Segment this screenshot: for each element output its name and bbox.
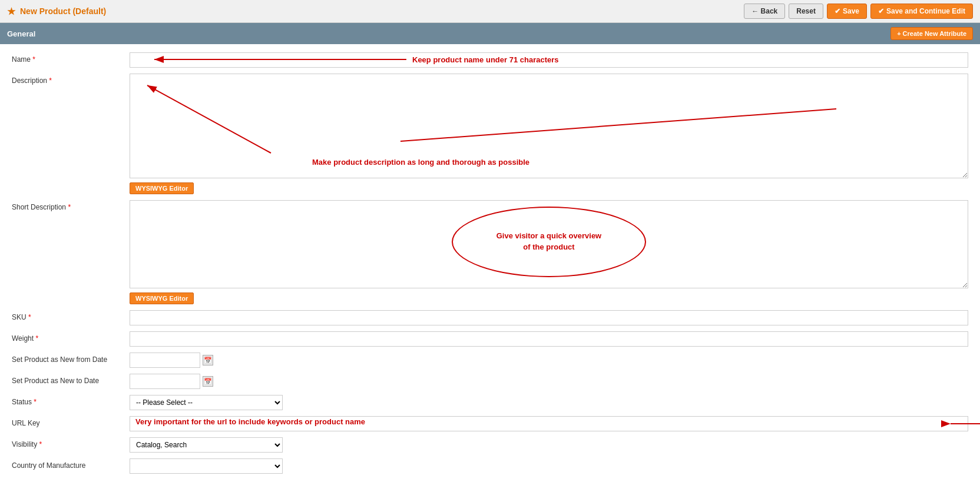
name-label: Name * <box>12 52 130 64</box>
description-input[interactable] <box>130 74 968 178</box>
page-title: ★ New Product (Default) <box>7 6 106 17</box>
save-button[interactable]: ✔ Save <box>827 4 867 19</box>
new-to-date-input[interactable] <box>130 374 200 389</box>
sku-input[interactable] <box>130 310 968 325</box>
weight-row: Weight * <box>12 331 968 347</box>
section-header: General + Create New Attribute <box>0 23 980 44</box>
weight-input[interactable] <box>130 331 968 347</box>
sku-field-wrap <box>130 310 968 325</box>
section-title: General <box>7 29 35 38</box>
new-from-row: Set Product as New from Date 📅 <box>12 353 968 368</box>
short-description-input[interactable] <box>130 200 968 288</box>
country-label: Country of Manufacture <box>12 458 130 470</box>
new-to-field-wrap: 📅 <box>130 374 968 389</box>
create-attribute-button[interactable]: + Create New Attribute <box>890 27 973 40</box>
new-from-date-input[interactable] <box>130 353 200 368</box>
short-description-field-wrap: Give visitor a quick overviewof the prod… <box>130 200 968 304</box>
description-label: Description * <box>12 74 130 85</box>
save-continue-button[interactable]: ✔ Save and Continue Edit <box>870 4 973 19</box>
short-description-row: Short Description * Give visitor a quick… <box>12 200 968 304</box>
star-icon: ★ <box>7 6 15 17</box>
sku-row: SKU * <box>12 310 968 325</box>
name-row: Name * Keep product name under 71 charac… <box>12 52 968 68</box>
status-label: Status * <box>12 395 130 406</box>
top-bar: ★ New Product (Default) ← Back Reset ✔ S… <box>0 0 980 23</box>
url-key-field-wrap: Very important for the url to include ke… <box>130 416 968 431</box>
url-key-label: URL Key <box>12 416 130 427</box>
status-row: Status * -- Please Select -- Enabled Dis… <box>12 395 968 410</box>
status-select[interactable]: -- Please Select -- Enabled Disabled <box>130 395 283 410</box>
status-field-wrap: -- Please Select -- Enabled Disabled <box>130 395 968 410</box>
sku-label: SKU * <box>12 310 130 321</box>
top-bar-actions: ← Back Reset ✔ Save ✔ Save and Continue … <box>744 4 973 19</box>
save-icon: ✔ <box>835 7 840 15</box>
description-field-wrap: Make product description as long and tho… <box>130 74 968 194</box>
weight-field-wrap <box>130 331 968 347</box>
new-from-field-wrap: 📅 <box>130 353 968 368</box>
visibility-row: Visibility * Catalog, Search Catalog Sea… <box>12 437 968 453</box>
save-continue-icon: ✔ <box>878 7 884 15</box>
visibility-label: Visibility * <box>12 437 130 448</box>
new-to-row: Set Product as New to Date 📅 <box>12 374 968 389</box>
short-description-label: Short Description * <box>12 200 130 211</box>
new-to-label: Set Product as New to Date <box>12 374 130 385</box>
visibility-select[interactable]: Catalog, Search Catalog Search Not Visib… <box>130 437 283 453</box>
back-button[interactable]: ← Back <box>744 4 785 19</box>
visibility-field-wrap: Catalog, Search Catalog Search Not Visib… <box>130 437 968 453</box>
country-row: Country of Manufacture <box>12 458 968 474</box>
description-row: Description * Make product description <box>12 74 968 194</box>
new-to-calendar-icon[interactable]: 📅 <box>203 376 213 387</box>
url-key-input[interactable] <box>130 416 968 431</box>
description-wysiwyg-button[interactable]: WYSIWYG Editor <box>130 182 194 194</box>
name-field-wrap: Keep product name under 71 characters <box>130 52 968 68</box>
form-content: Name * Keep product name under 71 charac… <box>0 44 980 482</box>
new-from-label: Set Product as New from Date <box>12 353 130 364</box>
country-select[interactable] <box>130 458 283 474</box>
short-description-wysiwyg-button[interactable]: WYSIWYG Editor <box>130 292 194 304</box>
reset-button[interactable]: Reset <box>789 4 823 19</box>
title-text: New Product (Default) <box>20 6 106 16</box>
name-input[interactable] <box>130 52 968 68</box>
country-field-wrap <box>130 458 968 474</box>
new-from-calendar-icon[interactable]: 📅 <box>203 355 213 365</box>
weight-label: Weight * <box>12 331 130 343</box>
url-key-row: URL Key Very important for the url to in… <box>12 416 968 431</box>
